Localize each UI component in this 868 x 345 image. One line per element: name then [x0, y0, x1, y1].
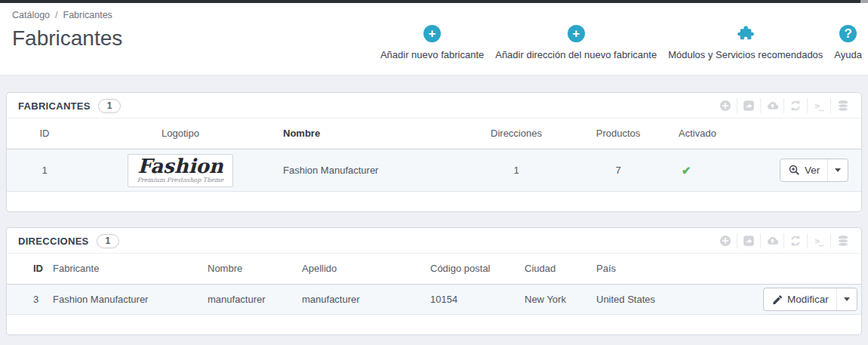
address-last-name-cell: manufacturer — [297, 285, 426, 315]
address-actions-cell: Modificar — [759, 285, 861, 315]
export-icon[interactable] — [737, 233, 761, 248]
addresses-panel-title: DIRECCIONES — [18, 236, 89, 247]
addresses-count-badge: 1 — [97, 234, 120, 248]
breadcrumb-current[interactable]: Fabricantes — [63, 10, 112, 20]
addresses-panel-header: DIRECCIONES 1 >_ — [7, 228, 861, 254]
address-id-cell: 3 — [7, 285, 48, 315]
modify-button-label: Modificar — [787, 294, 829, 305]
manufacturers-panel-title: FABRICANTES — [18, 100, 91, 112]
modify-button[interactable]: Modificar — [763, 288, 857, 311]
view-button-label: Ver — [805, 165, 820, 176]
manufacturers-panel-header: FABRICANTES 1 >_ — [7, 93, 861, 119]
column-header-country[interactable]: País — [592, 254, 759, 285]
add-icon[interactable] — [714, 98, 737, 113]
refresh-icon[interactable] — [784, 98, 808, 113]
addresses-table: ID Fabricante Nombre Apellido Código pos… — [7, 254, 861, 315]
plus-circle-icon: + — [423, 25, 441, 42]
page-header: Catálogo/Fabricantes Fabricantes + Añadi… — [0, 3, 868, 75]
breadcrumb-separator: / — [55, 10, 57, 20]
sql-manager-icon[interactable] — [831, 233, 854, 248]
puzzle-icon — [737, 25, 755, 42]
column-header-products[interactable]: Productos — [558, 119, 679, 149]
manufacturers-count-badge: 1 — [98, 99, 122, 113]
column-header-id[interactable]: ID — [7, 119, 82, 149]
plus-circle-icon: + — [568, 25, 585, 42]
column-header-id[interactable]: ID — [7, 254, 48, 285]
logo-text: Fashion — [137, 156, 224, 176]
column-header-city[interactable]: Ciudad — [520, 254, 592, 285]
sql-query-icon[interactable]: >_ — [808, 233, 831, 248]
column-header-actions — [759, 254, 861, 285]
view-button[interactable]: Ver — [780, 159, 848, 182]
modify-dropdown-toggle[interactable] — [836, 288, 857, 310]
column-header-actions — [775, 119, 861, 149]
logo-subtext: Premium Prestashop Theme — [137, 177, 224, 183]
table-row[interactable]: 1 Fashion Premium Prestashop Theme Fashi… — [7, 149, 861, 192]
help-label: Ayuda — [834, 49, 862, 60]
pencil-icon — [772, 294, 783, 305]
manufacturers-table: ID Logotipo Nombre Direcciones Productos… — [7, 119, 861, 192]
logo-image: Fashion Premium Prestashop Theme — [128, 154, 234, 187]
check-icon: ✔ — [679, 164, 691, 177]
question-circle-icon: ? — [839, 25, 857, 42]
manufacturer-id-cell: 1 — [7, 149, 82, 192]
column-header-first-name[interactable]: Nombre — [203, 254, 297, 285]
address-city-cell: New York — [520, 285, 592, 315]
column-header-addresses[interactable]: Direcciones — [475, 119, 558, 149]
chevron-down-icon — [835, 168, 841, 172]
column-header-manufacturer[interactable]: Fabricante — [48, 254, 203, 285]
manufacturer-products-cell: 7 — [558, 149, 679, 192]
add-manufacturer-label: Añadir nuevo fabricante — [380, 49, 484, 60]
add-address-label: Añadir dirección del nuevo fabricante — [495, 49, 657, 60]
addresses-header-row: ID Fabricante Nombre Apellido Código pos… — [7, 254, 861, 285]
add-address-button[interactable]: + Añadir dirección del nuevo fabricante — [495, 25, 657, 60]
help-button[interactable]: ? Ayuda — [834, 25, 862, 60]
addresses-panel: DIRECCIONES 1 >_ — [6, 227, 862, 335]
column-header-zip[interactable]: Código postal — [426, 254, 520, 285]
header-actions: + Añadir nuevo fabricante + Añadir direc… — [380, 25, 862, 60]
address-zip-cell: 10154 — [426, 285, 520, 315]
manufacturer-enabled-cell: ✔ — [679, 149, 775, 192]
sql-manager-icon[interactable] — [831, 98, 854, 113]
address-manufacturer-cell: Fashion Manufacturer — [48, 285, 203, 315]
import-icon[interactable] — [761, 98, 784, 113]
manufacturers-panel-toolbar: >_ — [714, 98, 854, 113]
address-country-cell: United States — [592, 285, 759, 315]
sql-query-icon[interactable]: >_ — [808, 98, 831, 113]
breadcrumb: Catálogo/Fabricantes — [12, 10, 868, 20]
column-header-name[interactable]: Nombre — [279, 119, 475, 149]
manufacturer-name-cell: Fashion Manufacturer — [279, 149, 475, 192]
addresses-panel-toolbar: >_ — [714, 233, 854, 248]
chevron-down-icon — [844, 297, 850, 301]
breadcrumb-catalog[interactable]: Catálogo — [12, 10, 50, 20]
export-icon[interactable] — [737, 98, 761, 113]
recommended-modules-button[interactable]: Módulos y Servicios recomendados — [668, 25, 823, 60]
table-row[interactable]: 3 Fashion Manufacturer manufacturer manu… — [7, 285, 861, 315]
refresh-icon[interactable] — [784, 233, 808, 248]
manufacturer-actions-cell: Ver — [775, 149, 861, 192]
column-header-last-name[interactable]: Apellido — [297, 254, 426, 285]
manufacturers-panel: FABRICANTES 1 >_ — [6, 92, 862, 212]
zoom-in-icon — [789, 165, 800, 176]
add-icon[interactable] — [714, 233, 737, 248]
column-header-enabled[interactable]: Activado — [679, 119, 775, 149]
column-header-logo[interactable]: Logotipo — [82, 119, 279, 149]
add-manufacturer-button[interactable]: + Añadir nuevo fabricante — [380, 25, 484, 60]
address-first-name-cell: manufacturer — [203, 285, 297, 315]
view-dropdown-toggle[interactable] — [827, 159, 848, 181]
recommended-modules-label: Módulos y Servicios recomendados — [668, 49, 823, 60]
manufacturers-header-row: ID Logotipo Nombre Direcciones Productos… — [7, 119, 861, 149]
manufacturer-logo-cell: Fashion Premium Prestashop Theme — [82, 149, 279, 192]
manufacturer-addresses-cell: 1 — [475, 149, 558, 192]
import-icon[interactable] — [761, 233, 784, 248]
